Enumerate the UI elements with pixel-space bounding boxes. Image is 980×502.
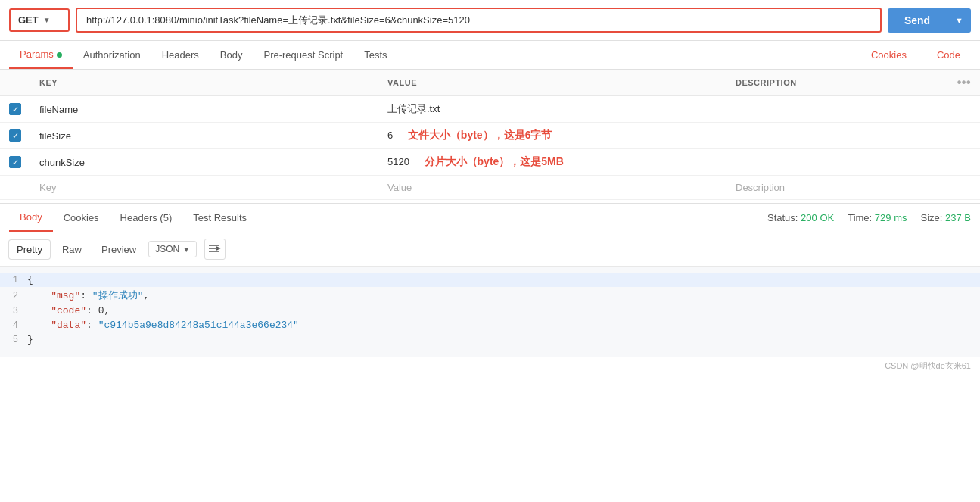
- row1-value-cell: 上传记录.txt: [378, 96, 726, 123]
- line-content-4: "data": "c914b5a9e8d84248a51c144a3e66e23…: [27, 320, 980, 331]
- status-label: Status: 200 OK: [767, 212, 834, 223]
- tab-right-group: Cookies Code: [860, 42, 971, 68]
- row2-checkbox[interactable]: ✓: [9, 129, 21, 142]
- row2-key-cell: fileSize: [30, 123, 378, 149]
- line-content-1: {: [27, 274, 980, 285]
- row2-annotation: 文件大小（byte），这是6字节: [408, 129, 552, 141]
- response-tab-headers[interactable]: Headers (5): [110, 204, 183, 231]
- send-button[interactable]: Send: [888, 8, 947, 33]
- col-header-more: •••: [948, 70, 980, 96]
- fmt-tab-raw[interactable]: Raw: [54, 240, 89, 259]
- tab-headers[interactable]: Headers: [151, 42, 210, 68]
- response-section: Body Cookies Headers (5) Test Results St…: [0, 203, 980, 357]
- col-header-check: [0, 70, 30, 96]
- tab-tests[interactable]: Tests: [353, 42, 397, 68]
- line-num-4: 4: [0, 320, 27, 331]
- response-tab-cookies[interactable]: Cookies: [53, 204, 110, 231]
- params-table: KEY VALUE DESCRIPTION ••• ✓ fileName: [0, 70, 980, 200]
- row1-checkbox[interactable]: ✓: [9, 103, 21, 115]
- placeholder-more-cell: [948, 176, 980, 200]
- line-content-2: "msg": "操作成功",: [27, 288, 980, 302]
- col-header-value: VALUE: [378, 70, 726, 96]
- line-num-2: 2: [0, 291, 27, 301]
- url-input[interactable]: [76, 8, 882, 33]
- table-row: ✓ fileName 上传记录.txt: [0, 96, 980, 123]
- send-dropdown-button[interactable]: ▼: [947, 8, 971, 33]
- request-tab-nav: Params Authorization Headers Body Pre-re…: [0, 41, 980, 70]
- line-content-5: }: [27, 334, 980, 345]
- line-num-5: 5: [0, 335, 27, 345]
- row1-key-cell: fileName: [30, 96, 378, 123]
- response-tab-bar: Body Cookies Headers (5) Test Results St…: [0, 204, 980, 232]
- more-dots-icon: •••: [957, 76, 971, 89]
- size-label: Size: 237 B: [920, 212, 971, 223]
- code-line-5: 5 }: [0, 332, 980, 347]
- tab-cookies-right[interactable]: Cookies: [860, 42, 917, 68]
- row3-check-cell: ✓: [0, 149, 30, 176]
- row3-value-cell: 5120 分片大小（byte），这是5MB: [378, 149, 726, 176]
- row2-more-cell: [948, 123, 980, 149]
- tab-body[interactable]: Body: [210, 42, 254, 68]
- params-dot: [57, 52, 62, 58]
- request-bar: GET ▼ Send ▼: [0, 0, 980, 41]
- placeholder-key-cell[interactable]: Key: [30, 176, 378, 200]
- line-num-1: 1: [0, 275, 27, 285]
- wrap-lines-icon: [209, 244, 221, 254]
- fmt-tab-pretty[interactable]: Pretty: [9, 240, 50, 259]
- row3-more-cell: [948, 149, 980, 176]
- code-line-1: 1 {: [0, 273, 980, 287]
- format-select[interactable]: JSON ▼: [148, 241, 197, 257]
- row3-annotation: 分片大小（byte），这是5MB: [425, 155, 564, 167]
- row2-check-cell: ✓: [0, 123, 30, 149]
- tab-pre-request[interactable]: Pre-request Script: [253, 42, 353, 68]
- wrap-icon-button[interactable]: [204, 239, 226, 260]
- response-code-area: 1 { 2 "msg": "操作成功", 3 "code": 0, 4 "dat…: [0, 267, 980, 357]
- row1-desc-cell: [726, 96, 948, 123]
- tab-code-right[interactable]: Code: [926, 42, 971, 68]
- method-label: GET: [18, 14, 39, 26]
- col-header-desc: DESCRIPTION: [726, 70, 948, 96]
- tab-params[interactable]: Params: [9, 41, 73, 69]
- line-num-3: 3: [0, 306, 27, 316]
- response-status-bar: Status: 200 OK Time: 729 ms Size: 237 B: [767, 206, 971, 229]
- row2-value-cell: 6 文件大小（byte），这是6字节: [378, 123, 726, 149]
- table-row: ✓ chunkSize 5120 分片大小（byte），这是5MB: [0, 149, 980, 176]
- response-tab-body[interactable]: Body: [9, 204, 53, 232]
- col-header-key: KEY: [30, 70, 378, 96]
- watermark: CSDN @明快de玄米61: [0, 357, 980, 375]
- row3-key-cell: chunkSize: [30, 149, 378, 176]
- row1-more-cell: [948, 96, 980, 123]
- send-button-group: Send ▼: [888, 8, 971, 33]
- table-row: ✓ fileSize 6 文件大小（byte），这是6字节: [0, 123, 980, 149]
- time-label: Time: 729 ms: [848, 212, 907, 223]
- row3-desc-cell: [726, 149, 948, 176]
- code-line-2: 2 "msg": "操作成功",: [0, 287, 980, 304]
- fmt-tab-preview[interactable]: Preview: [94, 240, 144, 259]
- placeholder-desc-cell[interactable]: Description: [726, 176, 948, 200]
- placeholder-check-cell: [0, 176, 30, 200]
- format-bar: Pretty Raw Preview JSON ▼: [0, 232, 980, 267]
- response-tab-test-results[interactable]: Test Results: [182, 204, 257, 231]
- method-arrow-icon: ▼: [43, 16, 51, 24]
- format-dropdown-icon: ▼: [182, 245, 190, 254]
- table-placeholder-row: Key Value Description: [0, 176, 980, 200]
- code-line-4: 4 "data": "c914b5a9e8d84248a51c144a3e66e…: [0, 318, 980, 332]
- row1-check-cell: ✓: [0, 96, 30, 123]
- placeholder-value-cell[interactable]: Value: [378, 176, 726, 200]
- row2-desc-cell: [726, 123, 948, 149]
- row3-checkbox[interactable]: ✓: [9, 156, 21, 168]
- table-header-row: KEY VALUE DESCRIPTION •••: [0, 70, 980, 96]
- code-line-3: 3 "code": 0,: [0, 304, 980, 318]
- method-select[interactable]: GET ▼: [9, 8, 70, 32]
- tab-authorization[interactable]: Authorization: [73, 42, 151, 68]
- line-content-3: "code": 0,: [27, 305, 980, 316]
- format-select-label: JSON: [155, 244, 179, 254]
